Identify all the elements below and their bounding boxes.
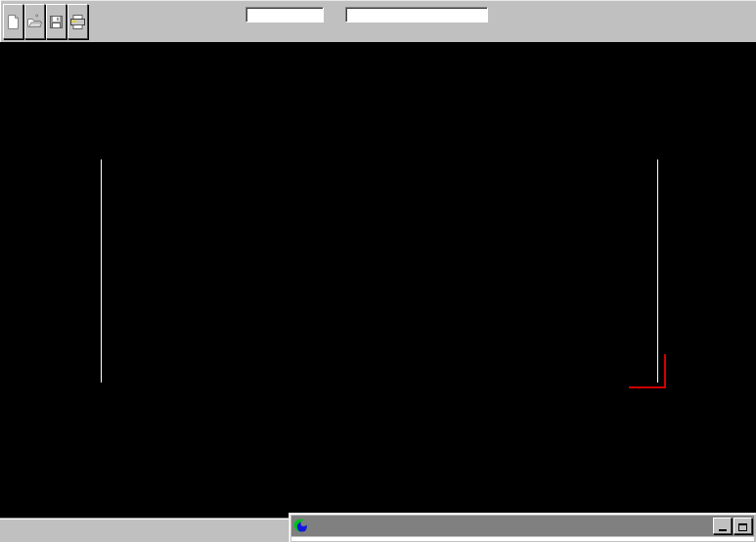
- package-field[interactable]: [245, 7, 324, 23]
- open-folder-icon: [26, 14, 43, 30]
- domain-right-edge-line: [657, 159, 658, 383]
- case-field[interactable]: [345, 7, 488, 23]
- satellite-window: [289, 513, 756, 542]
- satellite-content[interactable]: [291, 537, 754, 541]
- vector-field-plot: [98, 159, 655, 383]
- domain-left-edge-line: [101, 159, 102, 383]
- new-file-icon: [5, 14, 22, 30]
- satellite-icon[interactable]: [293, 519, 308, 533]
- open-button[interactable]: [24, 4, 45, 39]
- new-button[interactable]: [3, 4, 23, 39]
- toolbar: [0, 0, 756, 42]
- save-floppy-icon: [48, 14, 65, 30]
- save-button[interactable]: [46, 4, 67, 39]
- maximize-button[interactable]: [734, 518, 752, 534]
- print-button[interactable]: [67, 4, 88, 39]
- axis-y-line: [629, 386, 666, 388]
- application-window: [0, 0, 756, 542]
- maximize-icon: [738, 523, 747, 531]
- axis-z-line: [664, 354, 666, 387]
- printer-icon: [69, 14, 86, 30]
- minimize-icon: [719, 529, 727, 531]
- satellite-titlebar[interactable]: [291, 516, 754, 536]
- minimize-button[interactable]: [713, 518, 732, 534]
